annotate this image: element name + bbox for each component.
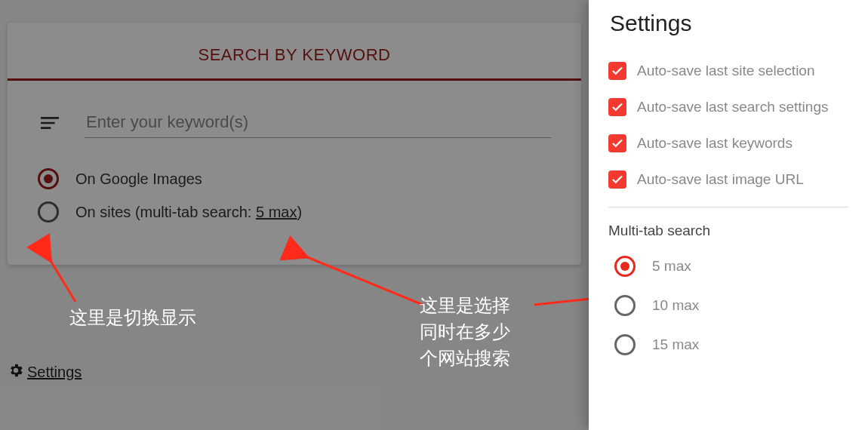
settings-title: Settings	[610, 11, 848, 36]
option-label: On sites (multi-tab search: 5 max)	[75, 204, 302, 221]
check-auto-save-site-selection[interactable]: Auto-save last site selection	[608, 62, 848, 80]
radio-label: 5 max	[652, 258, 691, 275]
check-label: Auto-save last site selection	[637, 63, 815, 79]
multi-tab-section-title: Multi-tab search	[608, 223, 848, 239]
radio-label: 15 max	[652, 336, 699, 353]
menu-icon[interactable]	[38, 111, 62, 138]
radio-icon	[614, 256, 636, 277]
multi-tab-max-link[interactable]: 5 max	[256, 204, 297, 220]
radio-icon	[38, 201, 59, 223]
annotation-right: 这里是选择 同时在多少 个网站搜索	[420, 293, 510, 371]
check-label: Auto-save last keywords	[637, 135, 793, 152]
radio-15-max[interactable]: 15 max	[608, 334, 848, 355]
radio-10-max[interactable]: 10 max	[608, 295, 848, 316]
radio-icon	[38, 168, 59, 189]
radio-icon	[614, 334, 636, 355]
settings-link-label: Settings	[27, 364, 82, 381]
checkbox-icon	[608, 98, 626, 116]
search-card: SEARCH BY KEYWORD On Google Images	[8, 23, 581, 265]
check-auto-save-image-url[interactable]: Auto-save last image URL	[608, 170, 848, 189]
keyword-input[interactable]	[85, 112, 554, 133]
checkbox-icon	[608, 62, 626, 80]
checkbox-icon	[608, 170, 626, 189]
radio-label: 10 max	[652, 297, 699, 314]
gear-icon	[8, 362, 24, 382]
check-label: Auto-save last search settings	[637, 99, 828, 115]
radio-5-max[interactable]: 5 max	[608, 256, 848, 277]
tab-search-by-keyword[interactable]: SEARCH BY KEYWORD	[8, 23, 581, 81]
checkbox-icon	[608, 134, 626, 152]
check-auto-save-keywords[interactable]: Auto-save last keywords	[608, 134, 848, 152]
divider	[608, 207, 848, 207]
tab-title: SEARCH BY KEYWORD	[198, 45, 390, 64]
annotation-left: 这里是切换显示	[69, 305, 196, 331]
settings-panel: Settings Auto-save last site selection A…	[589, 0, 868, 430]
check-auto-save-search-settings[interactable]: Auto-save last search settings	[608, 98, 848, 116]
keyword-input-wrap	[85, 112, 551, 138]
radio-icon	[614, 295, 636, 316]
option-label: On Google Images	[75, 170, 202, 188]
check-label: Auto-save last image URL	[637, 171, 804, 188]
option-google-images[interactable]: On Google Images	[38, 168, 551, 189]
settings-link[interactable]: Settings	[8, 362, 82, 382]
option-on-sites[interactable]: On sites (multi-tab search: 5 max)	[38, 201, 551, 223]
